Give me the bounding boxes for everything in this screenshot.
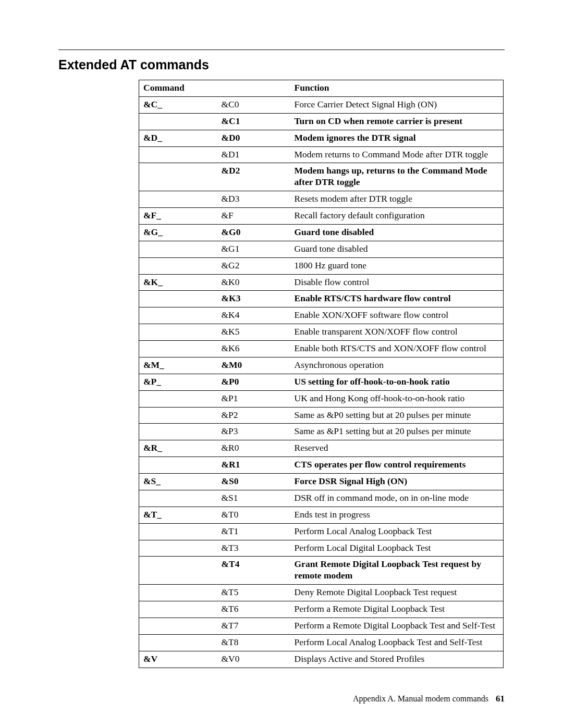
cell-setting: &T4 xyxy=(217,557,290,585)
cell-setting: &F xyxy=(217,208,290,225)
cell-function: Deny Remote Digital Loopback Test reques… xyxy=(290,585,504,601)
table-row: &P1UK and Hong Kong off-hook-to-on-hook … xyxy=(139,390,504,407)
cell-command xyxy=(139,557,217,585)
cell-setting: &P2 xyxy=(217,407,290,424)
cell-function: Modem ignores the DTR signal xyxy=(290,130,504,146)
cell-function: Force Carrier Detect Signal High (ON) xyxy=(290,96,504,113)
cell-command xyxy=(139,407,217,424)
cell-command xyxy=(139,540,217,557)
table-row: &K_&K0Disable flow control xyxy=(139,274,504,291)
cell-function: Displays Active and Stored Profiles xyxy=(290,651,504,668)
table-row: &T6Perform a Remote Digital Loopback Tes… xyxy=(139,601,504,618)
cell-setting: &K4 xyxy=(217,307,290,324)
cell-command xyxy=(139,163,217,191)
cell-setting: &D3 xyxy=(217,191,290,208)
table-row: &R1CTS operates per flow control require… xyxy=(139,457,504,474)
cell-function: Enable both RTS/CTS and XON/XOFF flow co… xyxy=(290,341,504,357)
cell-function: Recall factory default configuration xyxy=(290,208,504,225)
cell-setting: &T0 xyxy=(217,507,290,523)
cell-command xyxy=(139,341,217,357)
table-row: &D_&D0Modem ignores the DTR signal xyxy=(139,130,504,146)
cell-command: &V xyxy=(139,651,217,668)
table-row: &P2Same as &P0 setting but at 20 pulses … xyxy=(139,407,504,424)
cell-command: &S_ xyxy=(139,474,217,490)
cell-function: Turn on CD when remote carrier is presen… xyxy=(290,113,504,130)
cell-setting: &T6 xyxy=(217,601,290,618)
cell-function: Enable XON/XOFF software flow control xyxy=(290,307,504,324)
cell-function: DSR off in command mode, on in on-line m… xyxy=(290,490,504,507)
table-row: &G_&G0Guard tone disabled xyxy=(139,224,504,241)
table-row: &S_&S0Force DSR Signal High (ON) xyxy=(139,474,504,490)
cell-function: Perform Local Digital Loopback Test xyxy=(290,540,504,557)
cell-setting: &C1 xyxy=(217,113,290,130)
table-row: &D1Modem returns to Command Mode after D… xyxy=(139,146,504,163)
table-row: &T3Perform Local Digital Loopback Test xyxy=(139,540,504,557)
cell-command: &G_ xyxy=(139,224,217,241)
cell-setting: &K3 xyxy=(217,291,290,307)
table-row: &K4Enable XON/XOFF software flow control xyxy=(139,307,504,324)
cell-function: Perform a Remote Digital Loopback Test a… xyxy=(290,618,504,634)
footer-text: Appendix A. Manual modem commands xyxy=(353,694,488,703)
cell-setting: &G0 xyxy=(217,224,290,241)
cell-function: Same as &P0 setting but at 20 pulses per… xyxy=(290,407,504,424)
cell-command xyxy=(139,618,217,634)
cell-command xyxy=(139,601,217,618)
cell-command xyxy=(139,291,217,307)
header-command: Command xyxy=(139,80,290,97)
cell-function: Resets modem after DTR toggle xyxy=(290,191,504,208)
cell-setting: &T5 xyxy=(217,585,290,601)
cell-command: &K_ xyxy=(139,274,217,291)
table-row: &T_&T0Ends test in progress xyxy=(139,507,504,523)
cell-function: Disable flow control xyxy=(290,274,504,291)
cell-command xyxy=(139,585,217,601)
cell-command: &D_ xyxy=(139,130,217,146)
table-row: &C1Turn on CD when remote carrier is pre… xyxy=(139,113,504,130)
table-row: &K6Enable both RTS/CTS and XON/XOFF flow… xyxy=(139,341,504,357)
header-function: Function xyxy=(290,80,504,97)
page-footer: Appendix A. Manual modem commands 61 xyxy=(353,694,505,704)
cell-setting: &G1 xyxy=(217,241,290,257)
cell-setting: &S1 xyxy=(217,490,290,507)
cell-function: Enable RTS/CTS hardware flow control xyxy=(290,291,504,307)
cell-setting: &R1 xyxy=(217,457,290,474)
cell-setting: &P3 xyxy=(217,424,290,440)
cell-setting: &V0 xyxy=(217,651,290,668)
cell-setting: &D2 xyxy=(217,163,290,191)
cell-function: Force DSR Signal High (ON) xyxy=(290,474,504,490)
cell-function: 1800 Hz guard tone xyxy=(290,257,504,274)
table-row: &D2Modem hangs up, returns to the Comman… xyxy=(139,163,504,191)
cell-function: US setting for off-hook-to-on-hook ratio xyxy=(290,374,504,390)
table-row: &G21800 Hz guard tone xyxy=(139,257,504,274)
table-row: &M_&M0Asynchronous operation xyxy=(139,357,504,374)
top-rule xyxy=(58,50,505,50)
table-row: &T7Perform a Remote Digital Loopback Tes… xyxy=(139,618,504,634)
cell-function: Enable transparent XON/XOFF flow control xyxy=(290,324,504,341)
table-row: &V&V0Displays Active and Stored Profiles xyxy=(139,651,504,668)
cell-function: Grant Remote Digital Loopback Test reque… xyxy=(290,557,504,585)
cell-function: UK and Hong Kong off-hook-to-on-hook rat… xyxy=(290,390,504,407)
table-row: &T4Grant Remote Digital Loopback Test re… xyxy=(139,557,504,585)
table-row: &S1DSR off in command mode, on in on-lin… xyxy=(139,490,504,507)
cell-command xyxy=(139,490,217,507)
cell-setting: &D0 xyxy=(217,130,290,146)
cell-command: &R_ xyxy=(139,440,217,457)
cell-function: Asynchronous operation xyxy=(290,357,504,374)
page-number: 61 xyxy=(496,694,505,704)
cell-function: CTS operates per flow control requiremen… xyxy=(290,457,504,474)
table-header-row: Command Function xyxy=(139,80,504,97)
cell-command: &C_ xyxy=(139,96,217,113)
table-row: &T5Deny Remote Digital Loopback Test req… xyxy=(139,585,504,601)
cell-command xyxy=(139,307,217,324)
cell-command xyxy=(139,424,217,440)
cell-setting: &D1 xyxy=(217,146,290,163)
table-row: &K3Enable RTS/CTS hardware flow control xyxy=(139,291,504,307)
table-row: &R_&R0Reserved xyxy=(139,440,504,457)
table-row: &G1Guard tone disabled xyxy=(139,241,504,257)
cell-function: Guard tone disabled xyxy=(290,241,504,257)
cell-function: Reserved xyxy=(290,440,504,457)
cell-function: Modem hangs up, returns to the Command M… xyxy=(290,163,504,191)
cell-setting: &S0 xyxy=(217,474,290,490)
cell-setting: &C0 xyxy=(217,96,290,113)
cell-setting: &M0 xyxy=(217,357,290,374)
cell-function: Perform Local Analog Loopback Test and S… xyxy=(290,634,504,651)
